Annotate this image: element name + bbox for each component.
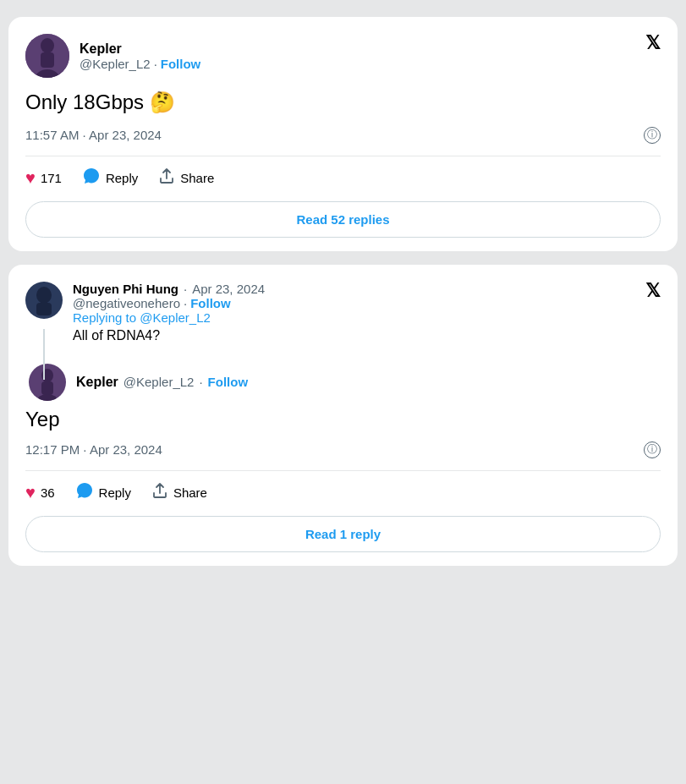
reply-username: Nguyen Phi Hung xyxy=(73,282,178,296)
replying-to-text: Replying to xyxy=(73,310,136,325)
svg-point-1 xyxy=(41,38,54,53)
tweet1-share-label: Share xyxy=(180,171,214,185)
reply-user-info: Nguyen Phi Hung · Apr 23, 2024 @negative… xyxy=(73,282,265,357)
tweet2-reply-button[interactable]: Reply xyxy=(75,481,131,504)
avatar-kepler-2[interactable] xyxy=(29,364,66,401)
svg-rect-9 xyxy=(41,381,53,395)
reply-handle: @negativeonehero xyxy=(73,296,180,310)
reply-date: Apr 23, 2024 xyxy=(192,282,265,296)
tweet1-timestamp: 11:57 AM · Apr 23, 2024 xyxy=(25,128,162,142)
share-icon-1 xyxy=(158,167,175,189)
bubble-icon-1 xyxy=(82,167,101,189)
tweet2-like-count: 36 xyxy=(41,485,55,500)
tweet2-share-label: Share xyxy=(173,485,207,500)
reply-dot: · xyxy=(184,282,187,296)
tweet1-handle: @Kepler_L2 xyxy=(80,57,151,71)
heart-icon: ♥ xyxy=(25,168,36,188)
tweet1-text: Only 18Gbps 🤔 xyxy=(25,88,661,117)
tweet1-like-count: 171 xyxy=(41,171,62,185)
tweet1-header: Kepler @Kepler_L2 · Follow 𝕏 xyxy=(25,34,661,78)
tweet2-timestamp: 12:17 PM · Apr 23, 2024 xyxy=(25,442,162,457)
heart-icon-2: ♥ xyxy=(25,483,36,502)
svg-rect-2 xyxy=(41,52,54,68)
nested-dot: · xyxy=(199,375,202,389)
tweet-card-1: Kepler @Kepler_L2 · Follow 𝕏 Only 18Gbps… xyxy=(8,17,678,251)
tweet2-main-content: Nguyen Phi Hung · Apr 23, 2024 @negative… xyxy=(25,282,639,408)
tweet1-user-info-group: Kepler @Kepler_L2 · Follow xyxy=(25,34,200,78)
tweet2-main-text: Yep xyxy=(25,408,661,431)
share-icon-2 xyxy=(151,482,168,503)
svg-point-5 xyxy=(36,287,52,304)
nested-follow-button[interactable]: Follow xyxy=(208,375,249,389)
reply-dot2: · xyxy=(184,296,187,310)
tweet1-actions: ♥ 171 Reply Share xyxy=(25,167,661,189)
tweet2-divider xyxy=(25,470,661,471)
nested-handle: @Kepler_L2 xyxy=(123,375,195,389)
tweet1-follow-button[interactable]: Follow xyxy=(161,57,201,71)
tweet1-read-replies-button[interactable]: Read 52 replies xyxy=(25,201,661,238)
avatar-kepler-1[interactable] xyxy=(25,34,69,78)
tweet2-x-icon[interactable]: 𝕏 xyxy=(645,282,661,300)
tweet1-user-text: Kepler @Kepler_L2 · Follow xyxy=(80,41,200,71)
tweet1-x-icon[interactable]: 𝕏 xyxy=(645,34,661,52)
tweet1-like-button[interactable]: ♥ 171 xyxy=(25,168,62,188)
tweet1-reply-label: Reply xyxy=(106,171,138,185)
nested-user-row: Kepler @Kepler_L2 · Follow xyxy=(29,364,639,401)
tweet2-reply-label: Reply xyxy=(99,485,131,500)
thread-line xyxy=(43,329,45,380)
tweet1-info-icon[interactable]: ⓘ xyxy=(644,127,661,144)
reply-avatar-container xyxy=(25,282,63,319)
tweet1-share-button[interactable]: Share xyxy=(158,167,214,189)
tweet1-handle-row: @Kepler_L2 · Follow xyxy=(80,57,200,71)
tweet2-top-row: Nguyen Phi Hung · Apr 23, 2024 @negative… xyxy=(25,282,661,408)
tweet2-timestamp-row: 12:17 PM · Apr 23, 2024 ⓘ xyxy=(25,441,661,458)
tweet2-read-replies-button[interactable]: Read 1 reply xyxy=(25,516,661,552)
reply-handle-follow-row: @negativeonehero · Follow xyxy=(73,296,265,310)
tweet1-divider xyxy=(25,156,661,156)
nested-username: Kepler xyxy=(76,375,118,390)
tweet2-actions: ♥ 36 Reply Share xyxy=(25,481,661,504)
svg-rect-6 xyxy=(36,303,52,315)
tweet2-like-button[interactable]: ♥ 36 xyxy=(25,483,55,502)
tweet1-username: Kepler xyxy=(80,41,200,57)
avatar-nguyen[interactable] xyxy=(25,282,63,319)
nested-tweet: Kepler @Kepler_L2 · Follow xyxy=(25,364,639,401)
tweet1-reply-button[interactable]: Reply xyxy=(82,167,138,189)
tweet1-timestamp-row: 11:57 AM · Apr 23, 2024 ⓘ xyxy=(25,127,661,144)
reply-to-label: Replying to @Kepler_L2 xyxy=(73,310,265,325)
tweet-card-2: Nguyen Phi Hung · Apr 23, 2024 @negative… xyxy=(8,265,678,566)
tweet1-dot: · xyxy=(154,57,157,71)
reply-text: All of RDNA4? xyxy=(73,328,265,343)
tweet2-info-icon[interactable]: ⓘ xyxy=(644,441,661,458)
replying-to-handle: @Kepler_L2 xyxy=(140,310,211,325)
reply-user-row: Nguyen Phi Hung · Apr 23, 2024 @negative… xyxy=(25,282,639,357)
reply-name-date-row: Nguyen Phi Hung · Apr 23, 2024 xyxy=(73,282,265,296)
bubble-icon-2 xyxy=(75,481,94,504)
reply-follow-button[interactable]: Follow xyxy=(190,296,231,310)
nested-user-info: Kepler @Kepler_L2 · Follow xyxy=(76,375,248,390)
tweet2-share-button[interactable]: Share xyxy=(151,482,207,503)
